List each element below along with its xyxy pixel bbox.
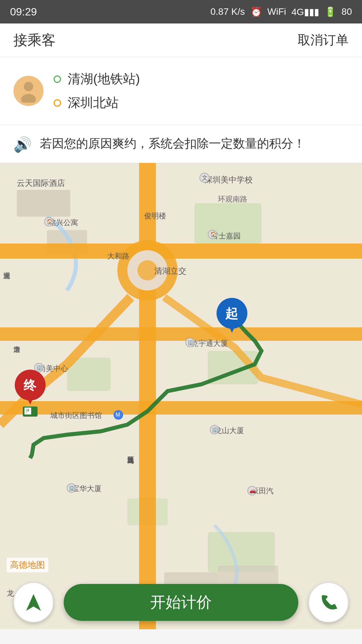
svg-text:深圳美中学校: 深圳美中学校 bbox=[204, 175, 253, 184]
cancel-order-button[interactable]: 取消订单 bbox=[298, 32, 349, 49]
status-icons: 0.87 K/s ⏰ WiFi 4G▮▮▮ 🔋 80 bbox=[210, 6, 352, 17]
phone-button[interactable] bbox=[308, 582, 349, 623]
signal-icon: 4G▮▮▮ bbox=[291, 6, 319, 17]
svg-rect-14 bbox=[0, 327, 362, 341]
svg-point-0 bbox=[24, 82, 33, 91]
svg-point-1 bbox=[21, 94, 36, 103]
avatar bbox=[13, 76, 44, 106]
start-pricing-label: 开始计价 bbox=[150, 592, 212, 613]
header: 接乘客 取消订单 bbox=[0, 23, 362, 57]
status-speed: 0.87 K/s bbox=[210, 6, 245, 17]
start-pricing-button[interactable]: 开始计价 bbox=[64, 584, 298, 621]
pickup-dot bbox=[54, 75, 61, 83]
status-bar: 09:29 0.87 K/s ⏰ WiFi 4G▮▮▮ 🔋 80 bbox=[0, 0, 362, 23]
battery-icon: 🔋 bbox=[324, 6, 336, 17]
trip-locations: 清湖(地铁站) 深圳北站 bbox=[54, 67, 349, 115]
svg-rect-12 bbox=[139, 163, 156, 629]
svg-text:云天国际酒店: 云天国际酒店 bbox=[17, 178, 65, 187]
pickup-row: 清湖(地铁站) bbox=[54, 67, 349, 91]
svg-rect-8 bbox=[17, 190, 70, 217]
pickup-label: 清湖(地铁站) bbox=[68, 70, 140, 88]
svg-text:宝华大厦: 宝华大厦 bbox=[72, 484, 102, 493]
avatar-icon bbox=[17, 79, 40, 103]
svg-text:🏢: 🏢 bbox=[36, 364, 43, 371]
svg-text:清湖立交: 清湖立交 bbox=[154, 266, 186, 275]
svg-text:文: 文 bbox=[202, 174, 208, 181]
svg-text:🏠: 🏠 bbox=[47, 218, 53, 225]
status-time: 09:29 bbox=[10, 6, 37, 18]
battery-level: 80 bbox=[342, 6, 352, 17]
svg-text:终: 终 bbox=[23, 378, 37, 392]
svg-text:🏢: 🏢 bbox=[212, 426, 219, 433]
location-button[interactable] bbox=[13, 582, 54, 623]
svg-text:🏢: 🏢 bbox=[69, 485, 75, 491]
svg-text:M: M bbox=[116, 412, 120, 418]
svg-text:🅿: 🅿 bbox=[24, 408, 31, 415]
svg-text:大和路: 大和路 bbox=[107, 252, 129, 260]
bottom-controls: 开始计价 bbox=[0, 576, 362, 629]
alarm-icon: ⏰ bbox=[250, 6, 262, 17]
trip-info: 清湖(地铁站) 深圳北站 bbox=[0, 57, 362, 125]
svg-text:俊明楼: 俊明楼 bbox=[144, 212, 166, 220]
wifi-icon: WiFi bbox=[267, 6, 286, 17]
dropoff-dot bbox=[54, 99, 61, 107]
warning-banner: 🔊 若因您的原因爽约，系统会扣除一定数量的积分！ bbox=[0, 125, 362, 163]
header-title: 接乘客 bbox=[13, 31, 56, 50]
svg-marker-63 bbox=[26, 594, 41, 611]
svg-text:起: 起 bbox=[225, 307, 238, 321]
svg-text:🏢: 🏢 bbox=[187, 339, 194, 345]
map-area[interactable]: 云天国际酒店 深圳美中学校 环观南路 铭兴公寓 俊明楼 富士嘉园 清湖立交 观澜… bbox=[0, 163, 362, 629]
svg-text:🚗: 🚗 bbox=[249, 487, 256, 494]
svg-text:乾宇通大厦: 乾宇通大厦 bbox=[191, 339, 228, 347]
navigation-icon bbox=[23, 592, 44, 612]
map-logo: 高德地图 bbox=[7, 558, 48, 572]
warning-text: 若因您的原因爽约，系统会扣除一定数量的积分！ bbox=[40, 135, 305, 153]
svg-text:环观南路: 环观南路 bbox=[218, 195, 247, 203]
svg-text:🏠: 🏠 bbox=[210, 231, 217, 237]
phone-icon bbox=[318, 592, 339, 612]
dropoff-row: 深圳北站 bbox=[54, 91, 349, 115]
svg-rect-13 bbox=[0, 244, 362, 259]
svg-text:城市街区图书馆: 城市街区图书馆 bbox=[50, 411, 102, 420]
map-svg: 云天国际酒店 深圳美中学校 环观南路 铭兴公寓 俊明楼 富士嘉园 清湖立交 观澜… bbox=[0, 163, 362, 629]
dropoff-label: 深圳北站 bbox=[68, 94, 119, 111]
speaker-icon: 🔊 bbox=[13, 136, 32, 153]
